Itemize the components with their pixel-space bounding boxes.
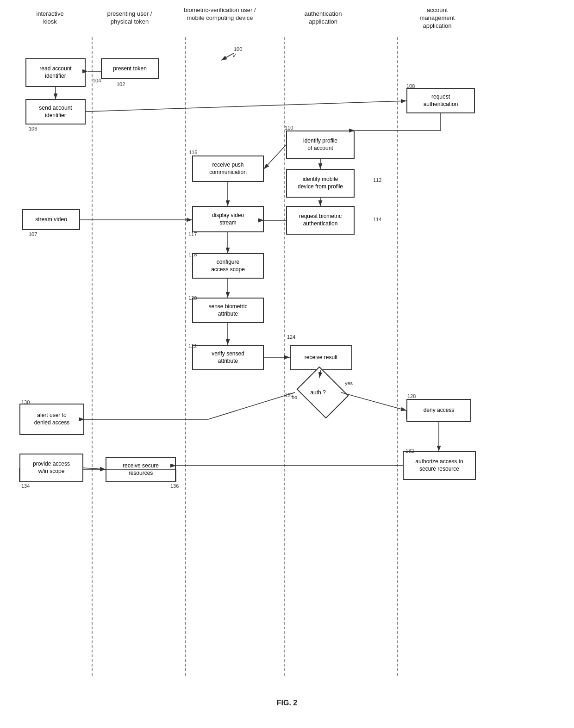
fig-label: FIG. 2 <box>0 699 574 707</box>
box-configure-access: configureaccess scope <box>192 253 264 279</box>
label-128: 128 <box>407 393 416 399</box>
label-107: 107 <box>29 231 37 237</box>
diagram-container: interactivekiosk presenting user /physic… <box>0 0 574 728</box>
box-authorize-access: authorize access tosecure resource <box>403 451 476 480</box>
box-request-auth: requestauthentication <box>406 88 475 113</box>
label-134: 134 <box>21 483 30 489</box>
svg-line-17 <box>208 392 295 419</box>
box-present-token: present token <box>101 58 159 79</box>
box-verify-sensed: verify sensedattribute <box>192 345 264 370</box>
box-receive-result: receive result <box>290 345 352 370</box>
diamond-label: auth.? <box>295 389 341 396</box>
label-117: 117 <box>188 231 197 237</box>
box-read-account: read accountidentifier <box>25 58 86 87</box>
label-136: 136 <box>170 483 179 489</box>
box-alert-user: alert user todenied access <box>19 404 84 435</box>
box-deny-access: deny access <box>406 399 471 422</box>
box-provide-access: provide accessw/in scope <box>19 454 83 482</box>
box-receive-secure: receive secureresources <box>106 457 176 482</box>
label-132: 132 <box>406 448 414 454</box>
label-114: 114 <box>373 217 381 222</box>
box-stream-video: stream video <box>22 209 80 230</box>
label-108: 108 <box>406 83 415 89</box>
label-arrow-100: ↙ <box>232 52 237 58</box>
box-receive-push: receive pushcommunication <box>192 156 264 182</box>
dashed-line-3 <box>284 37 285 676</box>
col-header-auth-app: authenticationapplication <box>286 10 360 26</box>
diamond-auth: auth.? <box>295 374 341 411</box>
dashed-line-2 <box>185 37 186 676</box>
col-header-user: presenting user /physical token <box>93 10 167 26</box>
dashed-line-1 <box>92 37 93 676</box>
label-yes: yes <box>345 380 353 386</box>
label-120: 120 <box>188 295 197 301</box>
label-118: 118 <box>188 252 197 257</box>
box-identify-profile: identify profileof account <box>286 131 355 159</box>
dashed-line-4 <box>397 37 398 676</box>
label-102: 102 <box>117 81 125 87</box>
label-112: 112 <box>373 177 381 183</box>
box-send-account: send accountidentifier <box>25 99 86 124</box>
box-request-biometric: request biometricauthentication <box>286 206 355 235</box>
svg-line-21 <box>83 468 106 469</box>
svg-line-4 <box>86 101 406 112</box>
col-header-biometric: biometric-verification user /mobile comp… <box>171 6 268 22</box>
label-106: 106 <box>29 126 37 131</box>
label-116: 116 <box>189 149 197 155</box>
label-100: 100 <box>234 46 242 52</box>
svg-line-7 <box>264 145 286 169</box>
label-122: 122 <box>188 343 197 349</box>
label-124: 124 <box>287 334 295 340</box>
svg-line-26 <box>221 53 234 60</box>
label-130: 130 <box>21 399 30 405</box>
svg-line-16 <box>341 392 406 411</box>
col-header-account-mgmt: accountmanagementapplication <box>399 6 475 30</box>
box-display-video: display videostream <box>192 206 264 232</box>
arrows-svg <box>0 0 574 728</box>
label-104: 104 <box>93 78 101 83</box>
label-110: 110 <box>285 125 293 131</box>
box-sense-biometric: sense biometricattribute <box>192 298 264 323</box>
col-header-kiosk: interactivekiosk <box>18 10 82 26</box>
box-identify-mobile: identify mobiledevice from profile <box>286 169 355 198</box>
